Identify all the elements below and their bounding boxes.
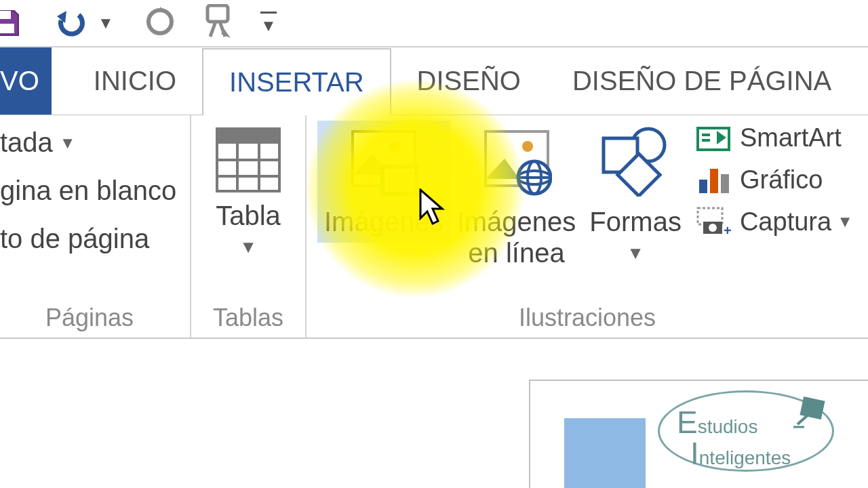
salto-de-pagina-button[interactable]: to de página bbox=[0, 217, 179, 265]
smartart-icon bbox=[694, 124, 733, 152]
watermark-logo: Estudios Inteligentes bbox=[658, 390, 834, 472]
svg-rect-13 bbox=[388, 172, 411, 188]
group-label-tablas: Tablas bbox=[213, 300, 283, 333]
svg-rect-33 bbox=[800, 396, 825, 420]
online-picture-icon bbox=[481, 126, 552, 199]
customize-qat-icon[interactable]: ▼ bbox=[260, 12, 277, 35]
table-icon bbox=[214, 126, 282, 197]
pagina-en-blanco-button[interactable]: gina en blanco bbox=[0, 169, 179, 217]
tab-diseno[interactable]: DISEÑO bbox=[391, 47, 547, 115]
captura-button[interactable]: + Captura ▼ bbox=[694, 207, 853, 237]
tab-diseno-pagina[interactable]: DISEÑO DE PÁGINA bbox=[547, 47, 857, 115]
chevron-down-icon: ▼ bbox=[837, 212, 853, 231]
svg-text:+: + bbox=[724, 223, 732, 237]
ribbon-tabs: VO INICIO INSERTAR DISEÑO DISEÑO DE PÁGI… bbox=[0, 47, 868, 115]
screenshot-icon: + bbox=[694, 207, 733, 237]
imagenes-en-linea-button[interactable]: Imágenes en línea bbox=[450, 121, 583, 274]
group-paginas: tada▼ gina en blanco to de página Página… bbox=[0, 115, 191, 338]
tabla-button[interactable]: Tabla ▼ bbox=[214, 126, 282, 258]
group-label-ilustraciones: Ilustraciones bbox=[317, 300, 857, 333]
cursor-icon bbox=[418, 188, 448, 229]
save-icon[interactable] bbox=[0, 9, 20, 37]
svg-rect-27 bbox=[710, 169, 718, 193]
svg-point-31 bbox=[709, 224, 717, 232]
picture-icon bbox=[349, 126, 419, 199]
tab-insertar[interactable]: INSERTAR bbox=[202, 48, 391, 115]
group-tablas: Tabla ▼ Tablas bbox=[191, 115, 307, 338]
chevron-down-icon: ▼ bbox=[239, 237, 257, 258]
tab-inicio[interactable]: INICIO bbox=[68, 47, 202, 115]
svg-rect-28 bbox=[721, 174, 729, 193]
svg-rect-24 bbox=[702, 134, 710, 136]
tab-archivo[interactable]: VO bbox=[0, 47, 52, 115]
quick-access-toolbar: ▼ ▼ bbox=[0, 0, 868, 47]
chevron-down-icon: ▼ bbox=[60, 134, 76, 152]
smartart-button[interactable]: SmartArt bbox=[694, 123, 853, 152]
svg-rect-4 bbox=[217, 129, 279, 144]
svg-rect-1 bbox=[0, 24, 14, 33]
document-shape bbox=[564, 418, 646, 488]
redo-icon[interactable] bbox=[144, 5, 176, 41]
group-label-paginas: Páginas bbox=[0, 300, 179, 333]
chart-icon bbox=[694, 165, 733, 195]
shapes-icon bbox=[598, 126, 673, 199]
touch-mode-icon[interactable] bbox=[201, 4, 235, 42]
svg-point-11 bbox=[389, 141, 400, 152]
svg-rect-25 bbox=[702, 139, 710, 142]
group-ilustraciones: Imágenes Imágenes bbox=[307, 115, 868, 338]
chevron-down-icon: ▼ bbox=[627, 243, 644, 264]
svg-point-2 bbox=[149, 10, 172, 33]
formas-button[interactable]: Formas ▼ bbox=[583, 121, 688, 269]
svg-rect-0 bbox=[0, 11, 11, 19]
undo-button[interactable]: ▼ bbox=[54, 8, 114, 38]
svg-point-15 bbox=[522, 141, 533, 152]
svg-rect-3 bbox=[208, 5, 228, 22]
grafico-button[interactable]: Gráfico bbox=[694, 165, 853, 195]
svg-rect-26 bbox=[699, 180, 707, 193]
undo-dropdown-icon[interactable]: ▼ bbox=[98, 14, 114, 33]
portada-button[interactable]: tada▼ bbox=[0, 121, 179, 169]
